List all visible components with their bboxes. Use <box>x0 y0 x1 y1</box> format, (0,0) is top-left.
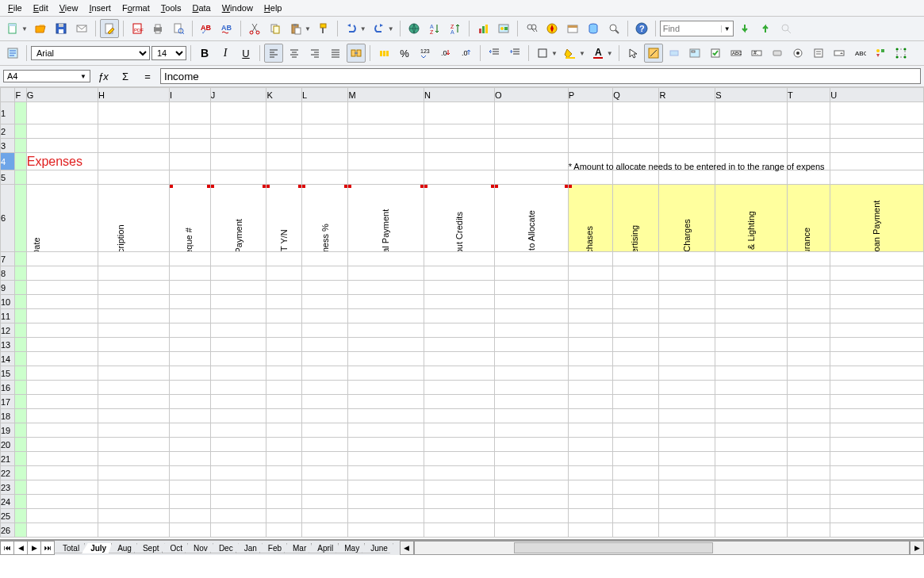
tab-prev-icon[interactable]: ◀ <box>13 541 28 555</box>
cell-U23[interactable] <box>830 480 924 495</box>
cell-I19[interactable] <box>169 423 210 438</box>
cell-O26[interactable] <box>494 523 568 538</box>
show-draw-icon[interactable] <box>494 19 513 38</box>
cell-J13[interactable] <box>210 338 266 352</box>
listbox-icon[interactable] <box>809 44 828 63</box>
dropdown-icon[interactable]: ▼ <box>388 25 394 33</box>
cell-I5[interactable] <box>169 170 210 185</box>
cell-H2[interactable] <box>98 124 170 139</box>
cell-S6[interactable]: Heating & Lighting <box>715 185 788 252</box>
cell-S11[interactable] <box>715 309 788 323</box>
row-header-21[interactable]: 21 <box>1 452 15 466</box>
percent-icon[interactable]: % <box>395 44 414 63</box>
cell-U4[interactable] <box>830 153 924 170</box>
col-header-K[interactable]: K <box>266 88 302 102</box>
cell-J26[interactable] <box>210 523 266 538</box>
cell-P2[interactable] <box>568 124 613 139</box>
cell-M12[interactable] <box>348 323 424 338</box>
cell-G9[interactable] <box>26 281 98 295</box>
more-controls-icon[interactable] <box>871 44 890 63</box>
row-header-15[interactable]: 15 <box>1 366 15 381</box>
cell-G14[interactable] <box>26 352 98 366</box>
cell-O9[interactable] <box>494 281 568 295</box>
cell-L10[interactable] <box>302 295 348 309</box>
cell-K19[interactable] <box>266 423 302 438</box>
cell-M9[interactable] <box>348 281 424 295</box>
cell-U11[interactable] <box>830 309 924 323</box>
cell-H7[interactable] <box>98 252 170 266</box>
cell-J18[interactable] <box>210 409 266 423</box>
cell-N10[interactable] <box>424 295 495 309</box>
cell-H26[interactable] <box>98 523 170 538</box>
cell-U7[interactable] <box>830 252 924 266</box>
cell-H12[interactable] <box>98 323 170 338</box>
row-header-6[interactable]: 6 <box>1 185 15 252</box>
cell-O2[interactable] <box>494 124 568 139</box>
cell-J19[interactable] <box>210 423 266 438</box>
cell-R2[interactable] <box>659 124 715 139</box>
cell-S8[interactable] <box>715 266 788 281</box>
cell-K15[interactable] <box>266 366 302 381</box>
cell-T22[interactable] <box>788 466 830 480</box>
cell-J7[interactable] <box>210 252 266 266</box>
cell-J20[interactable] <box>210 438 266 452</box>
cell-R15[interactable] <box>659 366 715 381</box>
cell-N7[interactable] <box>424 252 495 266</box>
cell-H11[interactable] <box>98 309 170 323</box>
datasources-icon[interactable] <box>584 19 603 38</box>
cell-U1[interactable] <box>830 102 924 124</box>
row-header-25[interactable]: 25 <box>1 509 15 523</box>
cell-S13[interactable] <box>715 338 788 352</box>
cell-Q20[interactable] <box>613 438 659 452</box>
cell-Q8[interactable] <box>613 266 659 281</box>
cell-J14[interactable] <box>210 352 266 366</box>
cell-M21[interactable] <box>348 452 424 466</box>
cell-S24[interactable] <box>715 495 788 509</box>
cell-R1[interactable] <box>659 102 715 124</box>
formula-input[interactable] <box>160 68 921 84</box>
pushbutton-icon[interactable] <box>768 44 787 63</box>
cell-P10[interactable] <box>568 295 613 309</box>
col-header-H[interactable]: H <box>98 88 170 102</box>
cell-M4[interactable] <box>348 153 424 170</box>
cell-I24[interactable] <box>169 495 210 509</box>
cell-L6[interactable]: Business % <box>302 185 348 252</box>
cell-I11[interactable] <box>169 309 210 323</box>
cell-O8[interactable] <box>494 266 568 281</box>
cell-R13[interactable] <box>659 338 715 352</box>
cell-Q10[interactable] <box>613 295 659 309</box>
cell-P6[interactable]: Purchases <box>568 185 613 252</box>
cell-H4[interactable] <box>98 153 170 170</box>
cell-F17[interactable] <box>15 395 26 409</box>
cell-K24[interactable] <box>266 495 302 509</box>
cell-T12[interactable] <box>788 323 830 338</box>
cell-L11[interactable] <box>302 309 348 323</box>
cell-J24[interactable] <box>210 495 266 509</box>
dropdown-icon[interactable]: ▼ <box>607 50 613 57</box>
row-header-23[interactable]: 23 <box>1 480 15 495</box>
row-header-19[interactable]: 19 <box>1 423 15 438</box>
cell-L8[interactable] <box>302 266 348 281</box>
cell-G6[interactable]: Date <box>26 185 98 252</box>
cell-O24[interactable] <box>494 495 568 509</box>
cell-H20[interactable] <box>98 438 170 452</box>
cell-G7[interactable] <box>26 252 98 266</box>
cell-K16[interactable] <box>266 381 302 395</box>
cell-U17[interactable] <box>830 395 924 409</box>
find-next-icon[interactable] <box>735 19 754 38</box>
cell-S10[interactable] <box>715 295 788 309</box>
cell-J25[interactable] <box>210 509 266 523</box>
sort-desc-icon[interactable]: ZA <box>446 19 465 38</box>
sheet-tab-jan[interactable]: Jan <box>236 543 263 553</box>
cell-T14[interactable] <box>788 352 830 366</box>
cell-G4[interactable]: Expenses <box>26 153 98 170</box>
cell-S17[interactable] <box>715 395 788 409</box>
dropdown-icon[interactable]: ▼ <box>80 73 86 80</box>
menu-insert[interactable]: Insert <box>84 2 116 14</box>
cell-I8[interactable] <box>169 266 210 281</box>
cell-I4[interactable] <box>169 153 210 170</box>
cell-R11[interactable] <box>659 309 715 323</box>
cell-G16[interactable] <box>26 381 98 395</box>
cell-O13[interactable] <box>494 338 568 352</box>
cell-P9[interactable] <box>568 281 613 295</box>
